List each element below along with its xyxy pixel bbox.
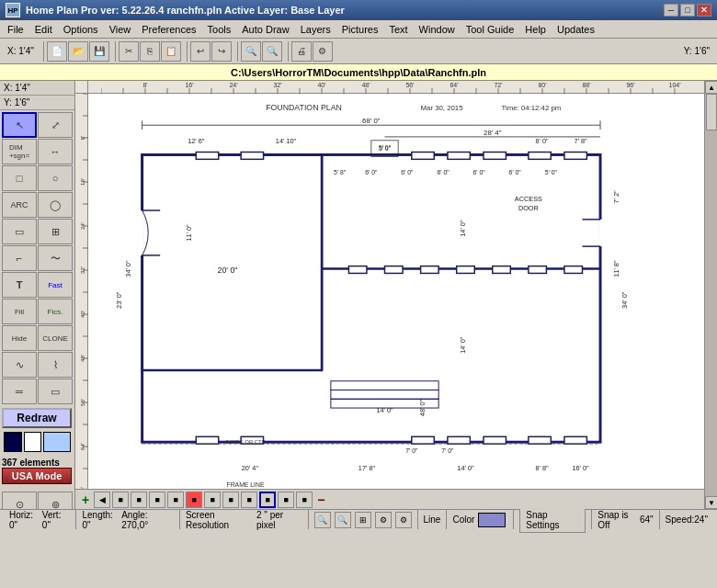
color-swatch-color[interactable] bbox=[43, 432, 71, 452]
tool-select[interactable]: ↖ bbox=[2, 112, 37, 138]
svg-text:56': 56' bbox=[80, 399, 85, 406]
bt-3[interactable]: ■ bbox=[131, 492, 147, 508]
tool-rect3[interactable]: ▭ bbox=[38, 379, 73, 404]
tool-fics[interactable]: Fics. bbox=[38, 299, 73, 324]
tb-new[interactable]: 📄 bbox=[47, 41, 67, 62]
sb-length: Length: 0" Angle: 270,0° bbox=[76, 510, 179, 529]
tool-fast[interactable]: Fast bbox=[38, 272, 73, 298]
tool-spline[interactable]: ⌇ bbox=[38, 352, 73, 378]
bt-4[interactable]: ■ bbox=[149, 492, 165, 508]
bt-1[interactable]: ◀ bbox=[94, 492, 110, 508]
menu-item-options[interactable]: Options bbox=[58, 22, 104, 37]
tool-dim2[interactable]: ↔ bbox=[38, 139, 73, 164]
tb-save[interactable]: 💾 bbox=[89, 41, 109, 62]
scroll-track[interactable] bbox=[705, 94, 717, 496]
canvas-area[interactable]: 8'16'24'32'40'48'56'64'72'80'88'96'104' … bbox=[75, 81, 704, 489]
tb-zoom-out[interactable]: 🔍 bbox=[262, 41, 282, 62]
sb-tool-2[interactable]: ⚙ bbox=[375, 512, 392, 528]
bt-5[interactable]: ■ bbox=[167, 492, 184, 508]
menu-item-layers[interactable]: Layers bbox=[295, 22, 336, 37]
bt-7[interactable]: ■ bbox=[204, 492, 221, 508]
tool-move2[interactable]: ⊚ bbox=[38, 492, 73, 509]
snap-settings-btn[interactable]: Snap Settings bbox=[519, 507, 586, 533]
tool-text[interactable]: T bbox=[2, 272, 37, 298]
bt-10[interactable]: ■ bbox=[259, 492, 276, 508]
tool-grid[interactable]: ⊞ bbox=[38, 219, 73, 244]
menu-item-text[interactable]: Text bbox=[383, 22, 413, 37]
bt-11[interactable]: ■ bbox=[278, 492, 294, 508]
menu-item-file[interactable]: File bbox=[2, 22, 29, 37]
tool-zoom[interactable]: ⤢ bbox=[38, 112, 73, 138]
scroll-down-btn[interactable]: ▼ bbox=[705, 496, 717, 509]
svg-rect-111 bbox=[385, 266, 404, 274]
tool-arc[interactable]: ARC bbox=[2, 192, 37, 218]
tb-open[interactable]: 📂 bbox=[68, 41, 88, 62]
bt-2[interactable]: ■ bbox=[112, 492, 129, 508]
svg-text:5' 0": 5' 0" bbox=[545, 169, 558, 175]
menu-item-view[interactable]: View bbox=[104, 22, 137, 37]
tool-hline[interactable]: ═ bbox=[2, 379, 37, 404]
menu-item-tool guide[interactable]: Tool Guide bbox=[461, 22, 520, 37]
maximize-button[interactable]: □ bbox=[680, 4, 695, 17]
minimize-button[interactable]: ─ bbox=[664, 4, 678, 17]
floor-plan[interactable]: FOUNDATION PLAN Mar 30, 2015 Time: 04:12… bbox=[88, 94, 704, 489]
bt-8[interactable]: ■ bbox=[222, 492, 239, 508]
tb-zoom-in[interactable]: 🔍 bbox=[241, 41, 261, 62]
menu-item-preferences[interactable]: Preferences bbox=[136, 22, 201, 37]
tool-dim[interactable]: DIM+sgn= bbox=[2, 139, 37, 164]
menu-item-auto draw[interactable]: Auto Draw bbox=[236, 22, 294, 37]
lt-special-section: Redraw bbox=[0, 406, 74, 454]
redraw-button[interactable]: Redraw bbox=[2, 408, 72, 428]
tool-line[interactable]: ⌐ bbox=[2, 245, 37, 271]
tool-clone[interactable]: CLONE bbox=[38, 325, 73, 351]
tb-redo[interactable]: ↪ bbox=[211, 41, 232, 62]
zoom-in-btn[interactable]: + bbox=[79, 492, 92, 507]
menu-item-help[interactable]: Help bbox=[519, 22, 552, 37]
tool-move1[interactable]: ⊙ bbox=[2, 492, 37, 509]
svg-text:11' 8": 11' 8" bbox=[612, 260, 620, 277]
sb-tool-1[interactable]: ⊞ bbox=[355, 512, 371, 528]
tool-ellipse[interactable]: ◯ bbox=[38, 192, 73, 218]
menu-item-window[interactable]: Window bbox=[414, 22, 461, 37]
toolbar-separator-2 bbox=[112, 41, 116, 62]
tb-settings[interactable]: ⚙ bbox=[313, 41, 333, 62]
tool-rect2[interactable]: ▭ bbox=[2, 219, 37, 244]
tb-paste[interactable]: 📋 bbox=[161, 41, 181, 62]
tool-curve[interactable]: 〜 bbox=[38, 245, 73, 271]
color-swatch-black[interactable] bbox=[4, 432, 22, 452]
close-button[interactable]: ✕ bbox=[697, 4, 711, 17]
svg-rect-103 bbox=[196, 436, 218, 444]
menu-item-updates[interactable]: Updates bbox=[552, 22, 600, 37]
scroll-thumb[interactable] bbox=[706, 94, 717, 130]
scroll-up-btn[interactable]: ▲ bbox=[705, 81, 717, 94]
svg-text:6' 0": 6' 0" bbox=[472, 169, 485, 175]
svg-text:72': 72' bbox=[80, 487, 85, 489]
svg-text:20' 0": 20' 0" bbox=[218, 266, 238, 275]
svg-text:5' 8": 5' 8" bbox=[334, 169, 347, 175]
menu-item-tools[interactable]: Tools bbox=[202, 22, 237, 37]
zoom-out-btn[interactable]: − bbox=[314, 492, 327, 507]
tb-copy[interactable]: ⎘ bbox=[140, 41, 160, 62]
menu-item-pictures[interactable]: Pictures bbox=[336, 22, 384, 37]
bt-12[interactable]: ■ bbox=[296, 492, 313, 508]
sb-zoom-1[interactable]: 🔍 bbox=[314, 512, 331, 528]
right-scrollbar[interactable]: ▲ ▼ bbox=[704, 81, 717, 509]
tb-print[interactable]: 🖨 bbox=[291, 41, 312, 62]
color-box[interactable] bbox=[478, 513, 506, 527]
sb-tool-3[interactable]: ⚙ bbox=[395, 512, 412, 528]
svg-text:14' 0": 14' 0" bbox=[376, 406, 393, 414]
usa-mode-button[interactable]: USA Mode bbox=[2, 468, 72, 484]
menu-item-edit[interactable]: Edit bbox=[29, 22, 58, 37]
bt-9[interactable]: ■ bbox=[241, 492, 257, 508]
sb-zoom-2[interactable]: 🔍 bbox=[335, 512, 351, 528]
svg-text:5' 0": 5' 0" bbox=[379, 144, 392, 151]
tool-rect[interactable]: □ bbox=[2, 165, 37, 191]
tb-cut[interactable]: ✂ bbox=[119, 41, 139, 62]
tool-hide[interactable]: Hide bbox=[2, 325, 37, 351]
bt-6-red[interactable]: ■ bbox=[186, 492, 202, 508]
tool-circle[interactable]: ○ bbox=[38, 165, 73, 191]
tb-undo[interactable]: ↩ bbox=[190, 41, 211, 62]
tool-wave[interactable]: ∿ bbox=[2, 352, 37, 378]
tool-fill[interactable]: Fill bbox=[2, 299, 37, 324]
color-swatch-white[interactable] bbox=[24, 432, 42, 452]
